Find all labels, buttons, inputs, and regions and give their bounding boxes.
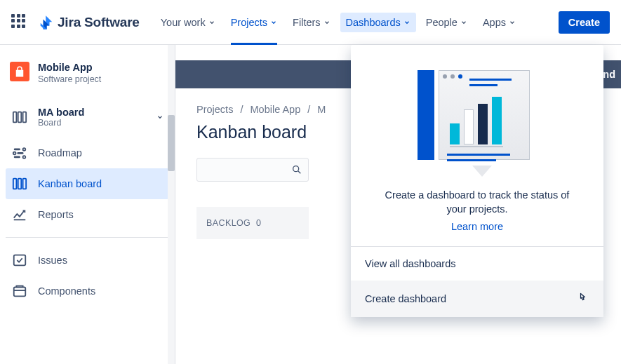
components-icon xyxy=(11,283,28,299)
chevron-down-icon xyxy=(156,114,163,121)
reports-icon xyxy=(11,206,28,223)
dashboards-dropdown: Create a dashboard to track the status o… xyxy=(351,45,603,317)
board-selector[interactable]: MA board Board xyxy=(6,101,169,133)
scrollbar-thumb[interactable] xyxy=(168,115,175,171)
sidebar-item-issues[interactable]: Issues xyxy=(6,245,169,276)
dropdown-illustration xyxy=(351,45,603,184)
project-name: Mobile App xyxy=(38,62,101,73)
jira-icon xyxy=(38,14,55,31)
breadcrumb-item[interactable]: M xyxy=(317,104,326,115)
search-icon xyxy=(291,164,302,175)
dropdown-item-label: Create dashboard xyxy=(365,293,446,304)
nav-dashboards[interactable]: Dashboards xyxy=(340,13,416,32)
svg-rect-12 xyxy=(14,255,26,266)
sidebar-item-label: Components xyxy=(38,285,95,297)
nav-your-work[interactable]: Your work xyxy=(155,13,221,32)
svg-point-8 xyxy=(23,156,26,159)
chevron-down-icon xyxy=(403,19,410,26)
svg-rect-13 xyxy=(14,288,26,297)
dropdown-item-label: View all dashboards xyxy=(365,258,456,269)
nav-filters[interactable]: Filters xyxy=(287,13,335,32)
sidebar: Mobile App Software project MA board Boa… xyxy=(0,45,175,364)
project-header: Mobile App Software project xyxy=(6,62,169,101)
sidebar-separator xyxy=(6,237,169,238)
breadcrumb-item[interactable]: Projects xyxy=(196,104,233,115)
nav-apps[interactable]: Apps xyxy=(477,13,521,32)
nav-label: Your work xyxy=(161,17,206,28)
column-label: BACKLOG xyxy=(206,218,251,228)
sidebar-item-label: Roadmap xyxy=(38,147,82,159)
nav-label: Dashboards xyxy=(346,17,401,28)
svg-point-14 xyxy=(293,166,299,172)
chevron-down-icon xyxy=(323,19,330,26)
sidebar-item-roadmap[interactable]: Roadmap xyxy=(6,137,169,168)
chevron-down-icon xyxy=(208,19,215,26)
create-dashboard-item[interactable]: Create dashboard xyxy=(351,281,603,317)
roadmap-icon xyxy=(11,144,28,161)
top-nav: Jira Software Your work Projects Filters… xyxy=(0,0,621,45)
sidebar-item-kanban-board[interactable]: Kanban board xyxy=(6,168,169,199)
nav-label: Projects xyxy=(231,17,267,28)
svg-rect-3 xyxy=(14,149,20,151)
nav-label: Apps xyxy=(483,17,506,28)
board-selector-title: MA board xyxy=(38,107,84,118)
cursor-pointer-icon xyxy=(575,292,589,306)
svg-rect-1 xyxy=(18,112,22,123)
dropdown-description: Create a dashboard to track the status o… xyxy=(351,184,603,221)
project-type: Software project xyxy=(38,74,101,84)
sidebar-item-label: Kanban board xyxy=(38,178,102,189)
sidebar-item-reports[interactable]: Reports xyxy=(6,199,169,230)
nav-projects[interactable]: Projects xyxy=(225,13,283,32)
sidebar-item-label: Issues xyxy=(38,255,67,266)
app-switcher-icon[interactable] xyxy=(11,14,28,31)
svg-rect-11 xyxy=(23,179,27,189)
svg-rect-9 xyxy=(13,179,17,189)
board-selector-subtitle: Board xyxy=(38,118,84,128)
svg-rect-0 xyxy=(13,112,17,123)
create-button[interactable]: Create xyxy=(559,11,610,34)
column-count: 0 xyxy=(256,218,261,228)
issues-icon xyxy=(11,252,28,269)
svg-rect-10 xyxy=(18,179,22,189)
svg-rect-5 xyxy=(17,152,23,154)
breadcrumb-item[interactable]: Mobile App xyxy=(250,104,300,115)
search-input[interactable] xyxy=(196,158,309,182)
sidebar-item-components[interactable]: Components xyxy=(6,276,169,306)
board-icon xyxy=(11,109,28,126)
board-icon xyxy=(11,175,28,192)
product-logo[interactable]: Jira Software xyxy=(38,14,140,31)
kanban-column-header: BACKLOG 0 xyxy=(196,207,309,239)
nav-label: People xyxy=(426,17,458,28)
product-name: Jira Software xyxy=(58,15,140,30)
learn-more-link[interactable]: Learn more xyxy=(351,221,603,246)
project-icon xyxy=(10,62,29,81)
chevron-down-icon xyxy=(270,19,277,26)
nav-people[interactable]: People xyxy=(420,13,473,32)
chevron-down-icon xyxy=(509,19,516,26)
svg-point-4 xyxy=(23,148,26,151)
chevron-down-icon xyxy=(460,19,467,26)
sidebar-item-label: Reports xyxy=(38,209,74,220)
nav-label: Filters xyxy=(293,17,320,28)
scrollbar-track xyxy=(168,45,175,364)
svg-point-6 xyxy=(13,152,16,155)
view-all-dashboards-item[interactable]: View all dashboards xyxy=(351,247,603,281)
svg-rect-2 xyxy=(23,112,27,123)
svg-rect-7 xyxy=(14,156,20,159)
